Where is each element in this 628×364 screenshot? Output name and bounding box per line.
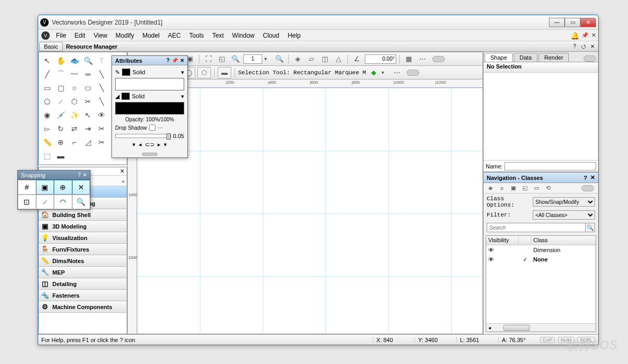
spiral-tool-icon[interactable]: ◉ <box>41 109 53 121</box>
pen-mode-dropdown-icon[interactable]: ▾ <box>181 69 184 76</box>
menu-modify[interactable]: Modify <box>111 31 138 40</box>
dock-pin-icon[interactable]: 📌 <box>581 32 589 39</box>
snap-grid-icon[interactable]: # <box>18 180 36 195</box>
toolset-item[interactable]: 🔩Fasteners <box>39 290 127 301</box>
snap-close-icon[interactable]: ✕ <box>83 172 87 178</box>
rounded-rect-tool-icon[interactable]: ▢ <box>54 82 67 94</box>
snap-edge-icon[interactable]: ⟋ <box>36 195 54 209</box>
snap-angle-icon[interactable]: ⊕ <box>54 180 72 195</box>
visibility-eye-icon[interactable]: 👁 <box>488 247 494 253</box>
menu-help[interactable]: Help <box>284 31 305 40</box>
maximize-button[interactable]: ▭ <box>565 18 580 27</box>
menu-window[interactable]: Window <box>228 31 259 40</box>
rm-close-icon[interactable]: ✕ <box>589 43 596 50</box>
nav-tab-viewports-icon[interactable]: ▭ <box>532 184 541 192</box>
render-mode-icon[interactable]: ◈ <box>292 53 304 65</box>
2d-polygon-tool-icon[interactable]: ⬡ <box>68 95 81 108</box>
toolset-item[interactable]: ⚙Machine Components <box>39 301 127 313</box>
projection-icon[interactable]: ▱ <box>306 53 317 65</box>
snap-object-icon[interactable]: ▣ <box>36 180 54 195</box>
menu-cloud[interactable]: Cloud <box>259 31 283 40</box>
angle-input[interactable] <box>365 54 396 64</box>
circle-tool-icon[interactable]: ○ <box>68 82 81 94</box>
fill-color-swatch[interactable] <box>121 93 130 100</box>
toolset-item[interactable]: ▣3D Modeling <box>39 221 127 232</box>
wand-tool-icon[interactable]: ✨ <box>68 109 81 121</box>
oip-name-input[interactable] <box>504 162 596 170</box>
rm-pin-icon[interactable]: ⭯ <box>580 43 587 50</box>
pen-preview[interactable] <box>115 78 184 90</box>
tool-palette-tab[interactable]: Basic <box>39 42 63 51</box>
mirror-tool-icon[interactable]: ▻ <box>41 122 53 135</box>
class-check[interactable]: ✓ <box>519 256 531 263</box>
snapping-palette[interactable]: Snapping ? ✕ # ▣ ⊕ ✕ ⊡ ⟋ ◠ 🔍 <box>17 170 91 210</box>
freehand-tool-icon[interactable]: 〰 <box>68 68 81 81</box>
menu-view[interactable]: View <box>89 31 111 40</box>
attr-pin-icon[interactable]: 📌 <box>172 58 178 63</box>
zoom-dropdown-icon[interactable]: ▾ <box>264 56 272 62</box>
zoom-out-icon[interactable]: 🔍 <box>230 53 241 65</box>
chamfer-tool-icon[interactable]: ◿ <box>82 136 94 149</box>
toolset-item[interactable]: 📏Dims/Notes <box>39 255 127 267</box>
menu-aec[interactable]: AEC <box>164 31 185 40</box>
menu-edit[interactable]: Edit <box>70 31 89 40</box>
app-menu-icon[interactable]: V <box>41 31 50 40</box>
pen-style-icon[interactable]: ✎ <box>115 69 120 76</box>
arc-tool-icon[interactable]: ⌒ <box>54 68 67 81</box>
toolset-item[interactable]: 💡Visualization <box>39 232 127 244</box>
flip-tool-icon[interactable]: ⇄ <box>68 122 81 135</box>
class-row[interactable]: 👁✓None <box>486 255 596 264</box>
mode-expand-icon[interactable] <box>407 70 419 76</box>
col-class[interactable]: Class <box>531 236 596 245</box>
zoom-in-icon[interactable]: 🔍 <box>274 53 285 65</box>
class-options-select[interactable]: Show/Snap/Modify <box>533 197 595 207</box>
attr-end-left-icon[interactable]: ▾ <box>132 141 136 148</box>
oval-tool-icon[interactable]: ⬭ <box>82 82 94 94</box>
cursor-tool-icon[interactable]: ↖ <box>82 109 94 121</box>
nav-tabs-expand-icon[interactable] <box>581 185 594 191</box>
toolset-item[interactable]: 🪑Furn/Fixtures <box>39 244 127 255</box>
locus-tool-icon[interactable]: ⊕ <box>54 136 67 149</box>
fill-style-icon[interactable]: ◢ <box>115 93 119 100</box>
opacity-text[interactable]: Opacity: 100%/100% <box>115 117 184 122</box>
filter-select[interactable]: <All Classes> <box>533 210 595 220</box>
polygon-tool-icon[interactable]: ⬠ <box>41 95 53 108</box>
menu-file[interactable]: File <box>52 31 70 40</box>
menu-tools[interactable]: Tools <box>185 31 208 40</box>
menu-text[interactable]: Text <box>208 31 228 40</box>
line-weight-slider[interactable] <box>115 134 171 138</box>
close-button[interactable]: ✕ <box>580 18 596 27</box>
pen-color-swatch[interactable] <box>122 69 130 76</box>
mode-more-icon[interactable]: ⋯ <box>391 67 402 78</box>
snap-intersection-icon[interactable]: ✕ <box>72 180 91 195</box>
nav-tab-references-icon[interactable]: ⟲ <box>543 184 553 192</box>
fill-preview[interactable] <box>115 102 184 115</box>
attr-help-icon[interactable]: ? <box>166 58 170 63</box>
diagonal-tool-icon[interactable]: ╲ <box>95 68 108 81</box>
double-line-tool-icon[interactable]: ═ <box>82 68 94 81</box>
split-tool-icon[interactable]: ✂ <box>95 122 108 135</box>
polyline-tool-icon[interactable]: ⟋ <box>54 95 67 108</box>
mode-polygon-icon[interactable]: ⬠ <box>197 67 211 78</box>
attributes-palette[interactable]: Attributes ? 📌 ✕ ✎ Solid▾ ◢ Solid▾ Opaci… <box>111 55 188 158</box>
diagonal2-tool-icon[interactable]: ╲ <box>95 82 108 94</box>
visibility-eye-icon[interactable]: 👁 <box>488 256 494 263</box>
attr-prev-icon[interactable]: ◂ <box>139 141 142 148</box>
rectangle-tool-icon[interactable]: ▭ <box>41 82 53 94</box>
tab-shape[interactable]: Shape <box>485 53 513 62</box>
fill-mode-dropdown-icon[interactable]: ▾ <box>181 93 184 100</box>
class-row[interactable]: 👁Dimension <box>486 245 596 255</box>
toolbar-expand-icon[interactable] <box>432 56 445 62</box>
trim-tool-icon[interactable]: ✂ <box>95 136 108 149</box>
menu-model[interactable]: Model <box>138 31 164 40</box>
nav-help-icon[interactable]: ? <box>584 175 587 181</box>
col-visibility[interactable]: Visibility <box>486 236 519 245</box>
nav-close-icon[interactable]: ✕ <box>590 174 595 181</box>
dock-close-icon[interactable]: ✕ <box>590 32 597 39</box>
text-tool-icon[interactable]: T <box>95 54 108 67</box>
tab-render[interactable]: Render <box>539 53 569 62</box>
wall-tool-icon[interactable]: ▬ <box>54 150 67 162</box>
fillet-tool-icon[interactable]: ⌐ <box>68 136 81 149</box>
drop-shadow-checkbox[interactable] <box>149 124 155 131</box>
search-icon[interactable]: 🔍 <box>586 223 595 232</box>
